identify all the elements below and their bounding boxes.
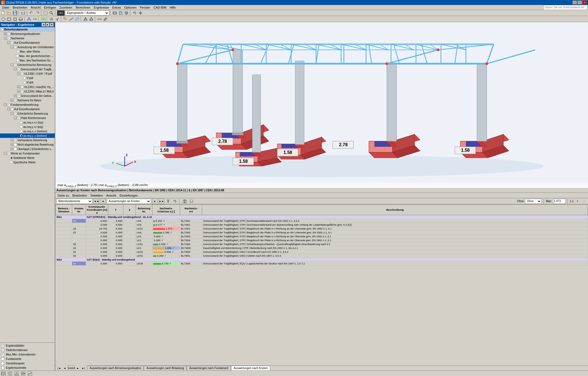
load-case-select[interactable]: Eigengewicht + Ausbau: [65, 11, 109, 16]
nav-selektierte[interactable]: Selektierte Werte: [0, 156, 55, 160]
nav-spezifische[interactable]: Spezifische Werte: [0, 160, 55, 164]
nav-prev-btn[interactable]: ◄◄: [93, 199, 99, 204]
expand-icon-17[interactable]: +: [11, 143, 13, 146]
lb-fundamente[interactable]: Fundamente: [0, 357, 55, 361]
panel-forward-btn[interactable]: ►: [46, 23, 50, 27]
radio-as-y-top[interactable]: [20, 125, 23, 128]
view-3d-button[interactable]: [1, 16, 6, 22]
expand-icon-3[interactable]: -: [7, 41, 10, 44]
cb-darstellungsart[interactable]: [1, 362, 4, 365]
page-first-btn[interactable]: |◄: [56, 365, 62, 371]
cb-ausnutzung[interactable]: [14, 46, 17, 49]
nav-werte-fund[interactable]: - Werte an Fundamenten: [0, 151, 55, 156]
refresh-btn[interactable]: [172, 199, 178, 204]
radio-beton[interactable]: [16, 59, 19, 62]
table-row[interactable]: 33 0.000 9.500 LK31 0.438 ✓ BL72t00 Gren…: [56, 242, 588, 246]
expand-icon-6[interactable]: -: [14, 68, 17, 71]
cb-ergebnisblaetter[interactable]: [1, 344, 4, 347]
radio-spezifische[interactable]: [10, 161, 13, 164]
expand-icon-18[interactable]: +: [11, 148, 13, 150]
cb-ergebnisschnitte[interactable]: [1, 366, 4, 369]
measure-button[interactable]: [97, 16, 102, 22]
tab-fundament[interactable]: Auswertungen nach Fundament: [187, 366, 231, 371]
nav-fwd-btn[interactable]: ►: [152, 199, 158, 204]
status-icon-cam[interactable]: [21, 371, 25, 376]
nav-vda[interactable]: V'd/A': [0, 76, 55, 80]
cb-geotechnische[interactable]: [14, 63, 17, 66]
solid-button[interactable]: [89, 16, 94, 22]
search-input[interactable]: [543, 5, 587, 10]
expand-icon-11[interactable]: +: [11, 99, 13, 102]
expand-icon-16[interactable]: +: [11, 139, 13, 141]
pan-button[interactable]: [138, 10, 143, 16]
nav-as-req-y-top[interactable]: as,req,y,+z (top): [0, 125, 55, 129]
menu-bearbeiten[interactable]: Bearbeiten: [11, 6, 29, 9]
table-row[interactable]: 0.000 0.000 LK1 0.000 ✓ BL72t03 Grenzzus…: [56, 235, 588, 238]
results-type-dropdown[interactable]: Auswertungen an Knoten: [107, 199, 151, 204]
view-top-button[interactable]: [18, 16, 24, 22]
results-einstellungen[interactable]: Einstellungen: [118, 194, 139, 197]
close-button[interactable]: ✕: [582, 1, 587, 4]
nav-nicht-abgedeckt[interactable]: + Nicht abgedeckte Bewehrung: [0, 142, 55, 147]
table-row[interactable]: 0.000 9.500 LK5 0.177 ✓ BL74t01 Grenzzus…: [56, 223, 588, 227]
radio-as-y-bot[interactable]: [20, 134, 23, 137]
results-dropdown[interactable]: Betonfundamente: [56, 199, 92, 204]
grid-button[interactable]: [49, 16, 54, 22]
expand-icon-1[interactable]: +: [4, 32, 7, 35]
print-button[interactable]: [20, 10, 26, 16]
display-button-1[interactable]: [26, 16, 32, 22]
nav-einzelfundament[interactable]: - Auf Einzelfundament: [0, 40, 55, 45]
menu-fenster[interactable]: Fenster: [138, 6, 152, 9]
minimize-button[interactable]: ─: [573, 1, 577, 4]
page-last-btn[interactable]: ►|: [80, 365, 86, 371]
nav-erf-bewehrung[interactable]: - Erforderliche Bewehrung: [0, 111, 55, 116]
lb-maxmin[interactable]: Max./Min.-Informationen: [0, 352, 55, 357]
menu-optionen[interactable]: Optionen: [123, 6, 138, 9]
nav-gebrauch[interactable]: + Grenzzustand der Gebrauchstauglich...: [0, 94, 55, 98]
menu-datei[interactable]: Datei: [1, 6, 11, 9]
menu-hilfe[interactable]: Hilfe: [168, 6, 177, 9]
cb-gebrauch[interactable]: [17, 94, 20, 97]
nav-fundamentbewehrung[interactable]: - Fundamentbewehrung: [0, 102, 55, 107]
menu-ergebnisse[interactable]: Ergebnisse: [92, 6, 111, 9]
cb-fundamentbewehrung[interactable]: [7, 103, 10, 106]
lb-titelinformationen[interactable]: Titelinformationen: [0, 348, 55, 352]
results-selektion[interactable]: Selektion: [89, 194, 104, 197]
radio-selektierte[interactable]: [10, 156, 13, 159]
radio-geotechnisch[interactable]: [16, 55, 19, 57]
maximize-button[interactable]: □: [577, 1, 582, 4]
cb-titelinformationen[interactable]: [1, 349, 4, 352]
cb-werte-fund[interactable]: [7, 152, 10, 155]
status-icon-2[interactable]: i: [8, 371, 12, 376]
undo-button[interactable]: [29, 10, 34, 16]
expand-icon-12[interactable]: -: [4, 103, 7, 106]
results-on-button[interactable]: RES: [40, 16, 46, 22]
edit-button[interactable]: [103, 16, 108, 22]
cb-ulz200[interactable]: [20, 90, 24, 93]
status-icon-1[interactable]: [1, 371, 6, 376]
results-goto[interactable]: Gehe zu: [56, 194, 70, 197]
select-member-button[interactable]: [69, 16, 74, 22]
cb-ueberlappt[interactable]: [14, 148, 17, 151]
expand-icon-19[interactable]: -: [4, 152, 7, 155]
nav-back-btn[interactable]: ◄: [100, 199, 106, 204]
menu-cad-bim[interactable]: CAD-BIM: [152, 6, 168, 9]
nav-nachweis-beton[interactable]: + Nachweis für Beton: [0, 98, 55, 102]
lb-darstellungsart[interactable]: Darstellungsart: [0, 361, 55, 365]
tab-belastung[interactable]: Auswertungen nach Belastung: [144, 366, 186, 371]
zoom-button[interactable]: [49, 10, 54, 16]
nav-geotechnische-bem[interactable]: - Geotechnische Bemessung: [0, 63, 55, 67]
wireframe-button[interactable]: [83, 16, 88, 22]
cb-erf-bewehrung[interactable]: [14, 112, 17, 115]
cb-grenzzustand[interactable]: [17, 68, 20, 71]
rotate-button[interactable]: [132, 10, 137, 16]
view-front-button[interactable]: [6, 16, 12, 22]
cb-einzelfundament[interactable]: [11, 41, 14, 44]
lb-ergebnisschnitte[interactable]: Ergebnisschnitte: [0, 365, 55, 370]
view-button-1[interactable]: [112, 10, 118, 16]
nav-grenzzustand[interactable]: - Grenzzustand der Tragfähigkeit: [0, 67, 55, 71]
nav-alle-werte[interactable]: Max. aller Werte: [0, 49, 55, 54]
new-button[interactable]: [1, 10, 6, 16]
view-button-3[interactable]: [124, 10, 129, 16]
menu-berechnen[interactable]: Berechnen: [74, 6, 92, 9]
